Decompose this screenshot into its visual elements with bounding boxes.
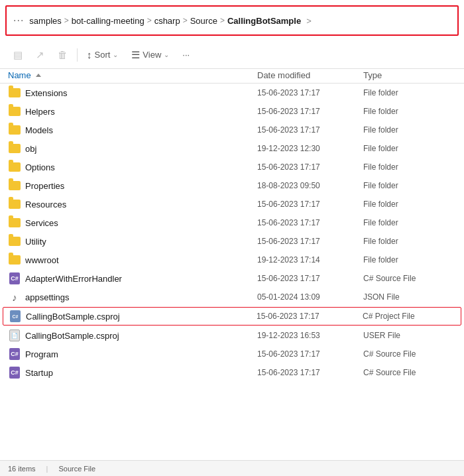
view-icon: ☰: [131, 49, 140, 61]
file-date: 19-12-2023 12:30: [257, 144, 363, 153]
col-name-header[interactable]: Name: [8, 70, 257, 80]
breadcrumb-sep-3: >: [220, 16, 225, 25]
col-type-header: Type: [363, 70, 456, 80]
file-name: Helpers: [25, 107, 257, 117]
file-type: File folder: [363, 125, 456, 135]
file-date: 05-01-2024 13:09: [257, 292, 363, 302]
file-name: Utility: [25, 237, 257, 247]
delete-icon: 🗑: [58, 49, 68, 60]
file-date: 15-06-2023 17:17: [257, 200, 363, 209]
list-item[interactable]: Extensions15-06-2023 17:17File folder: [0, 84, 464, 102]
file-type: C# Project File: [363, 312, 455, 321]
file-type: C# Source File: [363, 349, 456, 359]
breadcrumb-dots: ···: [13, 15, 24, 27]
sort-asc-icon: [36, 74, 41, 77]
file-date: 15-06-2023 17:17: [257, 349, 363, 359]
file-name: Properties: [25, 181, 257, 191]
delete-button[interactable]: 🗑: [52, 46, 73, 63]
list-item[interactable]: Properties18-08-2023 09:50File folder: [0, 176, 464, 195]
file-type: File folder: [363, 88, 456, 97]
file-name: CallingBotSample.csproj: [26, 312, 257, 322]
new-folder-icon: ▤: [13, 49, 23, 61]
breadcrumb: ··· samples > bot-calling-meeting > csha…: [5, 5, 459, 36]
breadcrumb-csharp[interactable]: csharp: [154, 16, 180, 26]
breadcrumb-samples[interactable]: samples: [29, 16, 61, 26]
list-item[interactable]: C#Program15-06-2023 17:17C# Source File: [0, 345, 464, 363]
folder-icon: [8, 198, 21, 211]
column-headers: Name Date modified Type: [0, 69, 464, 84]
file-type: File folder: [363, 107, 456, 116]
file-name: Extensions: [25, 88, 257, 98]
breadcrumb-bot-calling[interactable]: bot-calling-meeting: [72, 16, 145, 26]
list-item[interactable]: C#Startup15-06-2023 17:17C# Source File: [0, 363, 464, 382]
list-item[interactable]: 📄CallingBotSample.csproj19-12-2023 16:53…: [0, 326, 464, 345]
folder-icon: [8, 235, 21, 248]
list-item[interactable]: Services15-06-2023 17:17File folder: [0, 213, 464, 232]
cs-source-icon: C#: [8, 366, 21, 379]
file-name: Program: [25, 349, 257, 359]
col-date-header: Date modified: [257, 70, 363, 80]
list-item[interactable]: Utility15-06-2023 17:17File folder: [0, 232, 464, 251]
list-item[interactable]: Models15-06-2023 17:17File folder: [0, 121, 464, 139]
source-file-label: Source File: [58, 465, 95, 473]
list-item[interactable]: wwwroot19-12-2023 17:14File folder: [0, 251, 464, 269]
folder-icon: [8, 142, 21, 155]
folder-icon: [8, 253, 21, 267]
folder-icon: [8, 160, 21, 174]
file-list: Extensions15-06-2023 17:17File folderHel…: [0, 84, 464, 382]
item-count: 16 items: [8, 465, 36, 473]
sort-button[interactable]: ↕ Sort ⌄: [82, 46, 123, 63]
list-item[interactable]: ♪appsettings05-01-2024 13:09JSON File: [0, 288, 464, 306]
json-file-icon: ♪: [8, 290, 21, 304]
share-button[interactable]: ↗: [30, 46, 50, 64]
file-name: AdapterWithErrorHandler: [25, 274, 257, 284]
file-type: USER File: [363, 331, 456, 340]
file-name: Models: [25, 125, 257, 135]
list-item[interactable]: C#AdapterWithErrorHandler15-06-2023 17:1…: [0, 269, 464, 288]
file-type: C# Source File: [363, 368, 456, 377]
file-date: 15-06-2023 17:17: [257, 88, 363, 97]
file-date: 15-06-2023 17:17: [257, 218, 363, 227]
folder-icon: [8, 179, 21, 192]
user-file-icon: 📄: [8, 329, 21, 342]
file-name: Services: [25, 218, 257, 228]
list-item[interactable]: Options15-06-2023 17:17File folder: [0, 158, 464, 176]
breadcrumb-source[interactable]: Source: [190, 16, 217, 26]
file-date: 15-06-2023 17:17: [257, 237, 363, 246]
file-type: C# Source File: [363, 274, 456, 283]
file-date: 15-06-2023 17:17: [257, 107, 363, 116]
breadcrumb-items: samples > bot-calling-meeting > csharp >…: [29, 16, 311, 26]
breadcrumb-callingbotsample[interactable]: CallingBotSample: [227, 16, 301, 26]
folder-icon: [8, 86, 21, 99]
breadcrumb-sep-1: >: [147, 16, 152, 25]
folder-icon: [8, 105, 21, 118]
file-date: 15-06-2023 17:17: [257, 125, 363, 135]
toolbar: ▤ ↗ 🗑 ↕ Sort ⌄ ☰ View ⌄ ···: [0, 41, 464, 69]
file-type: File folder: [363, 218, 456, 227]
list-item[interactable]: C#CallingBotSample.csproj15-06-2023 17:1…: [3, 307, 461, 326]
more-button[interactable]: ···: [177, 47, 195, 62]
new-folder-button[interactable]: ▤: [8, 46, 28, 64]
file-type: File folder: [363, 255, 456, 265]
more-label: ···: [182, 50, 190, 60]
file-date: 15-06-2023 17:17: [257, 312, 363, 321]
cs-source-icon: C#: [8, 272, 21, 285]
file-name: appsettings: [25, 292, 257, 302]
list-item[interactable]: obj19-12-2023 12:30File folder: [0, 139, 464, 158]
list-item[interactable]: Helpers15-06-2023 17:17File folder: [0, 102, 464, 121]
sort-chevron-icon: ⌄: [113, 51, 118, 58]
file-name: wwwroot: [25, 255, 257, 265]
toolbar-separator: [77, 48, 78, 62]
file-date: 19-12-2023 16:53: [257, 331, 363, 340]
list-item[interactable]: Resources15-06-2023 17:17File folder: [0, 195, 464, 213]
sort-icon: ↕: [87, 49, 92, 60]
view-button[interactable]: ☰ View ⌄: [126, 46, 174, 64]
view-label: View: [143, 50, 161, 60]
folder-icon: [8, 123, 21, 137]
file-type: File folder: [363, 237, 456, 246]
file-date: 15-06-2023 17:17: [257, 162, 363, 172]
file-name: obj: [25, 144, 257, 154]
sort-label: Sort: [95, 50, 111, 60]
status-sep: |: [46, 465, 48, 473]
file-name: Options: [25, 162, 257, 172]
